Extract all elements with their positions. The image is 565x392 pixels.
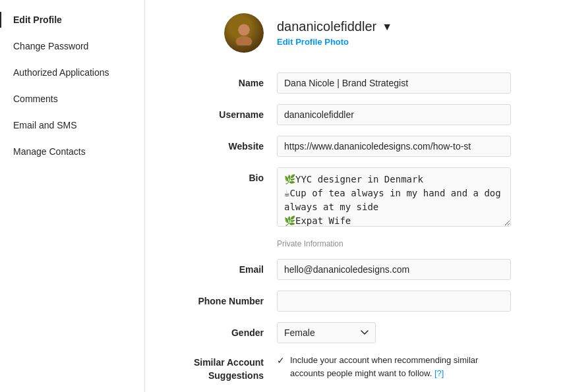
suggestions-help-link[interactable]: [?] bbox=[434, 368, 444, 378]
gender-field-container: Female Male Custom Prefer not to say bbox=[277, 322, 511, 343]
email-label: Email bbox=[171, 259, 277, 275]
sidebar-item-label: Change Password bbox=[13, 41, 88, 51]
svg-point-1 bbox=[236, 36, 253, 45]
phone-label: Phone Number bbox=[171, 291, 277, 306]
name-label: Name bbox=[171, 72, 277, 88]
svg-point-2 bbox=[238, 24, 249, 36]
website-row: Website bbox=[171, 136, 539, 157]
sidebar-item-comments[interactable]: Comments bbox=[0, 86, 144, 112]
username-block: dananicolefiddler ▼ Edit Profile Photo bbox=[277, 19, 392, 47]
suggestions-text: Include your account when recommending s… bbox=[290, 354, 511, 379]
sidebar-item-edit-profile[interactable]: Edit Profile bbox=[0, 7, 144, 33]
sidebar-item-label: Edit Profile bbox=[13, 14, 62, 25]
email-row: Email bbox=[171, 259, 539, 280]
username-dropdown-button[interactable]: ▼ bbox=[382, 21, 392, 33]
username-label: Username bbox=[171, 104, 277, 120]
sidebar-item-change-password[interactable]: Change Password bbox=[0, 33, 144, 59]
sidebar-item-label: Authorized Applications bbox=[13, 67, 109, 78]
suggestions-label: Similar AccountSuggestions bbox=[171, 354, 277, 382]
sidebar-item-label: Comments bbox=[13, 94, 58, 104]
username-display: dananicolefiddler bbox=[277, 19, 376, 34]
edit-photo-link[interactable]: Edit Profile Photo bbox=[277, 37, 392, 47]
bio-row: Bio bbox=[171, 167, 539, 229]
sidebar-item-label: Email and SMS bbox=[13, 120, 76, 130]
sidebar-item-authorized-applications[interactable]: Authorized Applications bbox=[0, 59, 144, 86]
email-input[interactable] bbox=[277, 259, 511, 280]
website-label: Website bbox=[171, 136, 277, 152]
username-input[interactable] bbox=[277, 104, 511, 125]
website-field-container bbox=[277, 136, 511, 157]
sidebar-item-email-sms[interactable]: Email and SMS bbox=[0, 112, 144, 138]
sidebar-item-label: Manage Contacts bbox=[13, 146, 86, 157]
email-field-container bbox=[277, 259, 511, 280]
main-content: dananicolefiddler ▼ Edit Profile Photo N… bbox=[145, 0, 565, 392]
bio-label: Bio bbox=[171, 167, 277, 183]
website-input[interactable] bbox=[277, 136, 511, 157]
suggestions-content: ✓ Include your account when recommending… bbox=[277, 354, 511, 379]
sidebar: Edit Profile Change Password Authorized … bbox=[0, 0, 145, 392]
gender-row: Gender Female Male Custom Prefer not to … bbox=[171, 322, 539, 343]
phone-row: Phone Number bbox=[171, 291, 539, 312]
avatar bbox=[224, 13, 264, 53]
username-row-form: Username bbox=[171, 104, 539, 125]
username-field-container bbox=[277, 104, 511, 125]
phone-field-container bbox=[277, 291, 511, 312]
username-row: dananicolefiddler ▼ bbox=[277, 19, 392, 34]
suggestions-checkmark: ✓ bbox=[277, 355, 285, 366]
gender-label: Gender bbox=[171, 322, 277, 338]
name-field-container bbox=[277, 72, 511, 94]
gender-select[interactable]: Female Male Custom Prefer not to say bbox=[277, 322, 376, 343]
avatar-image bbox=[224, 13, 264, 53]
bio-textarea[interactable] bbox=[277, 167, 511, 227]
name-input[interactable] bbox=[277, 72, 511, 94]
profile-header: dananicolefiddler ▼ Edit Profile Photo bbox=[171, 13, 539, 53]
private-info-label: Private Information bbox=[277, 239, 539, 248]
name-row: Name bbox=[171, 72, 539, 94]
suggestions-description: Include your account when recommending s… bbox=[290, 355, 478, 378]
phone-input[interactable] bbox=[277, 291, 511, 312]
sidebar-item-manage-contacts[interactable]: Manage Contacts bbox=[0, 138, 144, 165]
bio-field-container bbox=[277, 167, 511, 229]
suggestions-row: Similar AccountSuggestions ✓ Include you… bbox=[171, 354, 539, 382]
